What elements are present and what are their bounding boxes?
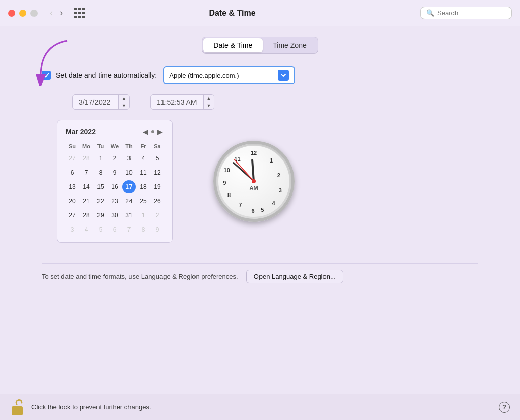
cal-header-tu: Tu xyxy=(94,142,107,151)
cal-cell: 3 xyxy=(66,223,79,236)
cal-cell[interactable]: 5 xyxy=(151,152,164,165)
auto-time-label: Set date and time automatically: xyxy=(56,71,157,79)
main-content: Date & Time Time Zone xyxy=(0,26,520,394)
cal-cell[interactable]: 1 xyxy=(137,209,150,222)
lock-shackle xyxy=(15,398,23,405)
dropdown-arrow-icon xyxy=(278,70,289,81)
lock-text: Click the lock to prevent further change… xyxy=(31,403,492,411)
cal-cell[interactable]: 27 xyxy=(66,152,79,165)
date-increment[interactable]: ▲ xyxy=(119,95,129,102)
close-button[interactable] xyxy=(8,10,15,17)
search-input[interactable] xyxy=(437,9,508,17)
calendar-grid: Su Mo Tu We Th Fr Sa 27 28 1 2 3 4 5 xyxy=(66,142,164,236)
cal-cell[interactable]: 15 xyxy=(94,180,107,193)
footer-text: To set date and time formats, use Langua… xyxy=(42,273,238,280)
clock-num-5: 5 xyxy=(261,207,264,213)
footer-row: To set date and time formats, use Langua… xyxy=(42,263,478,289)
time-increment[interactable]: ▲ xyxy=(204,95,214,102)
clock-num-12: 12 xyxy=(251,150,257,156)
cal-cell[interactable]: 1 xyxy=(94,152,107,165)
cal-header-sa: Sa xyxy=(151,142,164,151)
cal-cell[interactable]: 19 xyxy=(151,180,164,193)
time-stepper[interactable]: 11:52:53 AM ▲ ▼ xyxy=(150,94,215,110)
cal-cell[interactable]: 6 xyxy=(66,166,79,179)
cal-cell[interactable]: 25 xyxy=(137,195,150,208)
clock-am-label: AM xyxy=(249,185,258,191)
minimize-button[interactable] xyxy=(19,10,26,17)
time-server-dropdown[interactable]: Apple (time.apple.com.) xyxy=(163,66,295,84)
cal-cell[interactable]: 8 xyxy=(94,166,107,179)
auto-time-checkbox[interactable] xyxy=(42,71,51,80)
cal-cell[interactable]: 10 xyxy=(122,166,136,179)
cal-cell[interactable]: 11 xyxy=(137,166,150,179)
bottom-bar: Click the lock to prevent further change… xyxy=(0,394,520,420)
cal-cell[interactable]: 21 xyxy=(80,195,93,208)
time-value: 11:52:53 AM xyxy=(151,96,203,108)
tab-date-time[interactable]: Date & Time xyxy=(203,38,263,52)
clock-num-4: 4 xyxy=(272,200,275,206)
cal-cell[interactable]: 28 xyxy=(80,209,93,222)
search-box[interactable]: 🔍 xyxy=(420,7,512,19)
cal-cell: 6 xyxy=(108,223,121,236)
cal-cell[interactable]: 29 xyxy=(94,209,107,222)
clock-num-8: 8 xyxy=(228,192,231,198)
cal-cell[interactable]: 7 xyxy=(80,166,93,179)
cal-cell[interactable]: 3 xyxy=(122,152,136,165)
time-stepper-buttons: ▲ ▼ xyxy=(203,95,214,109)
cal-cell[interactable]: 28 xyxy=(80,152,93,165)
cal-cell: 7 xyxy=(122,223,136,236)
cal-cell[interactable]: 13 xyxy=(66,180,79,193)
clock-num-10: 10 xyxy=(224,167,230,173)
cal-header-su: Su xyxy=(66,142,79,151)
clock-num-2: 2 xyxy=(277,172,280,178)
cal-cell: 4 xyxy=(80,223,93,236)
lock-body xyxy=(12,406,23,415)
cal-cell[interactable]: 2 xyxy=(108,152,121,165)
cal-cell: 5 xyxy=(94,223,107,236)
page-title: Date & Time xyxy=(50,9,414,18)
titlebar: ‹ › Date & Time 🔍 xyxy=(0,0,520,26)
cal-cell[interactable]: 14 xyxy=(80,180,93,193)
cal-cell[interactable]: 27 xyxy=(66,209,79,222)
date-decrement[interactable]: ▼ xyxy=(119,102,129,109)
clock-container: 12 1 2 3 4 5 6 7 8 9 10 11 xyxy=(203,120,305,243)
time-decrement[interactable]: ▼ xyxy=(204,102,214,109)
cal-cell-today[interactable]: 17 xyxy=(122,180,136,193)
maximize-button[interactable] xyxy=(30,10,38,17)
cal-cell[interactable]: 31 xyxy=(122,209,136,222)
cal-cell[interactable]: 16 xyxy=(108,180,121,193)
clock-num-6: 6 xyxy=(251,208,254,214)
clock-num-7: 7 xyxy=(239,202,242,208)
calendar-next[interactable]: ▶ xyxy=(156,126,164,137)
cal-cell: 9 xyxy=(151,223,164,236)
cal-cell[interactable]: 22 xyxy=(94,195,107,208)
cal-cell[interactable]: 23 xyxy=(108,195,121,208)
cal-cell[interactable]: 12 xyxy=(151,166,164,179)
cal-cell[interactable]: 26 xyxy=(151,195,164,208)
date-stepper[interactable]: 3/17/2022 ▲ ▼ xyxy=(72,94,130,110)
clock-center xyxy=(252,179,256,183)
tab-time-zone[interactable]: Time Zone xyxy=(263,38,316,52)
search-icon: 🔍 xyxy=(426,9,434,17)
calendar-nav: ◀ ▶ xyxy=(142,126,164,137)
date-value: 3/17/2022 xyxy=(73,96,118,108)
open-language-region-button[interactable]: Open Language & Region... xyxy=(246,270,343,283)
cal-cell[interactable]: 2 xyxy=(151,209,164,222)
datetime-displays: 3/17/2022 ▲ ▼ 11:52:53 AM ▲ ▼ xyxy=(42,94,478,110)
help-button[interactable]: ? xyxy=(499,402,510,413)
clock-num-1: 1 xyxy=(270,157,273,164)
cal-cell: 8 xyxy=(137,223,150,236)
cal-cell[interactable]: 4 xyxy=(137,152,150,165)
cal-cell[interactable]: 24 xyxy=(122,195,136,208)
calendar-dot xyxy=(151,130,154,133)
cal-header-th: Th xyxy=(122,142,136,151)
cal-cell[interactable]: 18 xyxy=(137,180,150,193)
cal-cell[interactable]: 20 xyxy=(66,195,79,208)
clock-num-9: 9 xyxy=(223,180,226,186)
checkbox-container: Set date and time automatically: xyxy=(42,71,157,80)
arrow-annotation xyxy=(26,36,87,88)
cal-cell[interactable]: 9 xyxy=(108,166,121,179)
cal-cell[interactable]: 30 xyxy=(108,209,121,222)
lock-icon[interactable] xyxy=(10,399,24,415)
calendar-prev[interactable]: ◀ xyxy=(142,126,149,137)
